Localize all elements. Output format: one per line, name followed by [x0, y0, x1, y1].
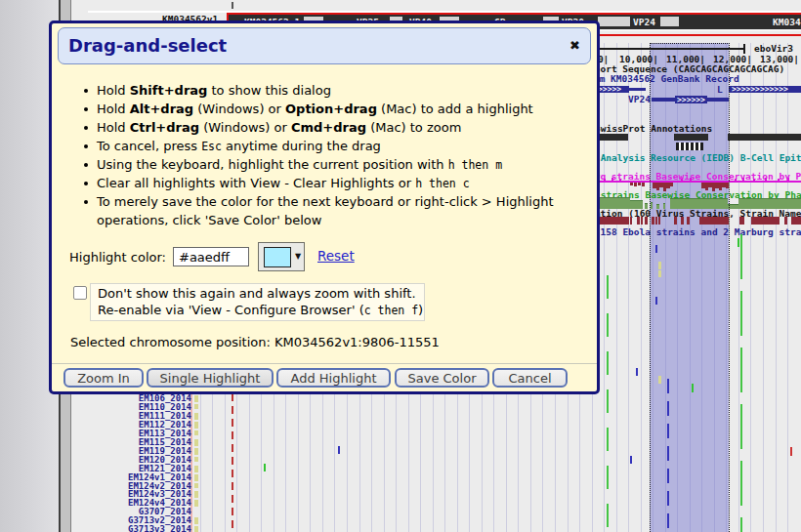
green-dashed-line: [607, 275, 609, 532]
phylop-negative-bar: [670, 183, 673, 186]
drag-highlight-band: [650, 43, 729, 532]
phylop-negative-bar: [638, 183, 641, 185]
red-dashed-line: [232, 393, 233, 532]
sequence-tick: [194, 483, 198, 488]
alignment-tick: [692, 384, 694, 392]
sequence-tick: [194, 395, 198, 402]
track-title-swissprot: SwissProt Annotations: [595, 124, 712, 134]
bullet-item: Hold Alt+drag (Windows) or Option+drag (…: [97, 102, 533, 117]
dialog-titlebar[interactable]: Drag-and-select ✖: [58, 27, 591, 64]
zoom-in-button[interactable]: Zoom In: [63, 368, 144, 388]
phylop-positive-tick: [611, 178, 613, 181]
vp24-bar-thin: [707, 98, 729, 102]
bullet-icon: [84, 144, 88, 148]
checkbox-text-panel: Don't show this again and always zoom wi…: [90, 283, 425, 321]
alignment-tick: [658, 270, 661, 277]
strand-arrows: >>>>>>>>>>>>: [732, 86, 788, 93]
sequence-tick: [194, 500, 198, 507]
cancel-button[interactable]: Cancel: [492, 368, 568, 388]
genbank-gene-bar-thin: [629, 88, 646, 92]
green-dashed-line: [740, 234, 742, 532]
sequence-tick: [194, 474, 198, 481]
phylop-positive-tick: [604, 179, 606, 181]
gene-label-vp24: VP24: [633, 18, 655, 27]
variation-bar: [645, 217, 648, 225]
highlight-band-left-edge: [650, 43, 652, 532]
phylop-positive-tick: [778, 179, 780, 181]
variation-bar: [655, 217, 657, 225]
bullet-item: Using the keyboard, highlight the curren…: [97, 157, 502, 173]
variation-bar: [687, 217, 690, 225]
bullet-icon: [84, 89, 88, 93]
gridline: [763, 43, 764, 532]
sequence-tick: [194, 517, 198, 524]
gene-label-right: KM034: [773, 18, 801, 27]
variation-bar: [681, 217, 684, 225]
color-picker-button[interactable]: ▼: [258, 242, 305, 271]
gridline: [616, 43, 617, 532]
dialog-title: Drag-and-select: [68, 28, 227, 63]
phylop-negative-bar: [642, 183, 645, 186]
vp24-bar-thin: [652, 98, 675, 102]
scale-bar-end-tick: [743, 44, 745, 54]
phylop-positive-tick: [765, 178, 767, 181]
alignment-tick: [658, 376, 661, 384]
drag-select-dialog: Drag-and-select ✖ Hold Shift+drag to sho…: [49, 20, 600, 394]
top-tick-mark: [232, 2, 233, 9]
bullet-icon: [84, 182, 88, 185]
alignment-tick: [738, 238, 739, 247]
save-color-button[interactable]: Save Color: [395, 368, 489, 388]
bullet-item: Hold Ctrl+drag (Windows) or Cmd+drag (Ma…: [97, 120, 461, 136]
gene-box: [598, 17, 630, 26]
gridline: [787, 43, 788, 532]
bullet-icon: [84, 163, 88, 167]
phylop-positive-tick: [690, 178, 692, 181]
strain-label: G3713v3_2014: [0, 525, 191, 532]
selected-position-text: Selected chromosome position: KM034562v1…: [70, 335, 440, 349]
highlight-color-label: Highlight color:: [69, 250, 166, 265]
dont-show-again-checkbox[interactable]: [73, 286, 87, 300]
bullet-item-continuation: operations, click 'Save Color' below: [97, 213, 321, 228]
track-title-multiz: 158 Ebola strains and 2 Marburg strains: [601, 227, 801, 237]
add-highlight-button[interactable]: Add Highlight: [276, 368, 391, 388]
bullet-icon: [84, 200, 88, 204]
alignment-tick: [636, 368, 638, 376]
gene-box: [660, 17, 679, 26]
variation-bar: [637, 217, 640, 225]
highlight-band-right-edge: [729, 43, 731, 532]
phylop-positive-tick: [619, 179, 621, 181]
alignment-tick: [264, 464, 266, 471]
sequence-tick: [194, 422, 198, 429]
variation-bar: [630, 217, 632, 225]
phylop-positive-tick: [742, 178, 744, 181]
phylop-baseline: [596, 181, 801, 183]
reset-link[interactable]: Reset: [317, 248, 355, 264]
highlight-color-input[interactable]: [173, 247, 249, 266]
single-highlight-button[interactable]: Single Highlight: [147, 368, 274, 388]
alignment-tick: [630, 456, 632, 464]
sequence-tick: [194, 404, 198, 409]
assembly-label: eboVir3: [754, 44, 793, 54]
phylop-positive-tick: [753, 179, 755, 181]
alignment-tick: [338, 446, 340, 454]
variation-bar: [652, 217, 654, 225]
swissprot-bar: [728, 134, 801, 141]
sequence-tick: [194, 448, 198, 455]
color-swatch: [264, 247, 291, 267]
swissprot-bar: [674, 134, 708, 141]
gridline: [738, 43, 739, 532]
sequence-tick: [194, 430, 198, 435]
chevron-down-icon: ▼: [295, 243, 301, 270]
sequence-tick: [194, 413, 198, 420]
close-icon[interactable]: ✖: [569, 28, 580, 63]
button-separator: [52, 363, 597, 364]
bullet-icon: [84, 107, 88, 111]
variation-bar: [784, 217, 787, 225]
variation-bar: [699, 217, 729, 225]
strand-arrows: >>>>>: [598, 86, 621, 93]
phastcons-wiggle: [738, 198, 801, 209]
gridline: [604, 43, 605, 532]
gridline: [776, 43, 777, 532]
phylop-positive-tick: [787, 178, 789, 181]
variation-bar: [674, 217, 677, 225]
